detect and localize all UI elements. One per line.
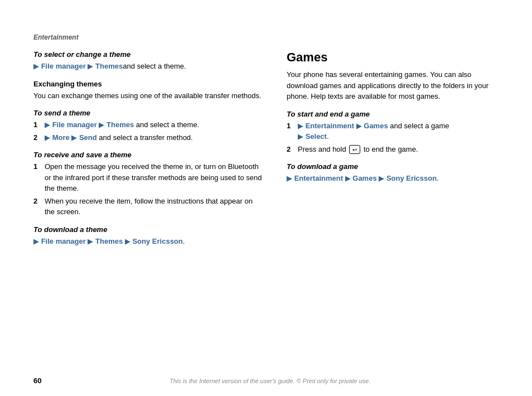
themes-link3: Themes [95, 237, 123, 245]
arrow-s1: ▶ [45, 120, 52, 129]
select-theme-line: ▶ File manager ▶ Themesand select a them… [33, 61, 264, 72]
start-game-step2: 2 Press and hold ↩ to end the game. [287, 144, 499, 155]
arrow-dt: ▶ [33, 237, 41, 245]
download-theme-line: ▶ File manager ▶ Themes ▶ Sony Ericsson. [33, 236, 264, 247]
send-theme-step1: 1 ▶ File manager ▶ Themes and select a t… [33, 119, 264, 131]
exchanging-themes-body: You can exchange themes using one of the… [33, 90, 264, 102]
page: Entertainment To select or change a them… [0, 0, 532, 396]
download-theme-section: To download a theme ▶ File manager ▶ The… [33, 225, 264, 247]
back-button-icon: ↩ [349, 145, 360, 154]
start-game-step1: 1 ▶ Entertainment ▶ Games and select a g… [287, 120, 499, 142]
games-intro: Your phone has several entertaining game… [287, 69, 499, 102]
section-label: Entertainment [33, 33, 499, 41]
footer: 60 This is the Internet version of the u… [33, 376, 499, 385]
games-link: Games [364, 122, 388, 130]
arrow2: ▶ [86, 62, 95, 70]
end-game-text: to end the game. [361, 145, 418, 153]
start-end-game-section: To start and end a game 1 ▶ Entertainmen… [287, 110, 499, 155]
page-number: 60 [33, 376, 41, 385]
press-hold-text: Press and hold [298, 145, 348, 153]
content-area: To select or change a theme ▶ File manag… [33, 50, 499, 351]
select-theme-text: and select a theme. [123, 62, 186, 70]
right-column: Games Your phone has several entertainin… [287, 50, 499, 351]
games-section: Games Your phone has several entertainin… [287, 50, 499, 102]
section-header: Entertainment [33, 33, 499, 48]
file-manager-link: File manager [41, 62, 86, 70]
more-link: More [52, 133, 70, 142]
receive-save-list: 1 Open the message you received the them… [33, 161, 264, 218]
download-theme-title: To download a theme [33, 225, 264, 234]
download-game-line: ▶ Entertainment ▶ Games ▶ Sony Ericsson. [287, 173, 499, 184]
exchanging-themes-title: Exchanging themes [33, 80, 264, 88]
select-link: Select [306, 132, 327, 141]
download-game-section: To download a game ▶ Entertainment ▶ Gam… [287, 162, 499, 184]
file-manager-link3: File manager [41, 237, 86, 245]
sony-ericsson-link: Sony Ericsson [132, 237, 182, 245]
arrow1: ▶ [33, 62, 41, 70]
entertainment-link: Entertainment [306, 122, 354, 130]
start-end-game-title: To start and end a game [287, 110, 499, 118]
send-theme-list: 1 ▶ File manager ▶ Themes and select a t… [33, 119, 264, 143]
arrow-dg: ▶ [287, 174, 294, 182]
download-game-title: To download a game [287, 162, 499, 171]
games-link2: Games [352, 174, 376, 182]
themes-link: Themes [95, 62, 123, 70]
exchanging-themes-section: Exchanging themes You can exchange theme… [33, 80, 264, 102]
arrow-seg1: ▶ [298, 122, 306, 130]
themes-link2: Themes [107, 120, 134, 129]
left-column: To select or change a theme ▶ File manag… [33, 50, 264, 351]
arrow-s2: ▶ [45, 133, 52, 142]
select-theme-section: To select or change a theme ▶ File manag… [33, 50, 264, 72]
send-theme-step2: 2 ▶ More ▶ Send and select a transfer me… [33, 132, 264, 143]
receive-step2: 2 When you receive the item, follow the … [33, 196, 264, 218]
games-title: Games [287, 50, 499, 65]
footer-note: This is the Internet version of the user… [41, 378, 499, 384]
file-manager-link2: File manager [52, 120, 97, 129]
send-theme-title: To send a theme [33, 109, 264, 117]
receive-step1: 1 Open the message you received the them… [33, 161, 264, 194]
send-link: Send [79, 133, 97, 142]
select-theme-title: To select or change a theme [33, 50, 264, 59]
send-theme-section: To send a theme 1 ▶ File manager ▶ Theme… [33, 109, 264, 143]
receive-step1-text: Open the message you received the theme … [45, 161, 264, 194]
receive-save-theme-section: To receive and save a theme 1 Open the m… [33, 151, 264, 218]
receive-save-theme-title: To receive and save a theme [33, 151, 264, 159]
sony-ericsson-link2: Sony Ericsson [386, 174, 437, 182]
receive-step2-text: When you receive the item, follow the in… [45, 196, 264, 218]
start-end-game-list: 1 ▶ Entertainment ▶ Games and select a g… [287, 120, 499, 155]
entertainment-link2: Entertainment [294, 174, 343, 182]
arrow-seg1b: ▶ [298, 132, 306, 141]
